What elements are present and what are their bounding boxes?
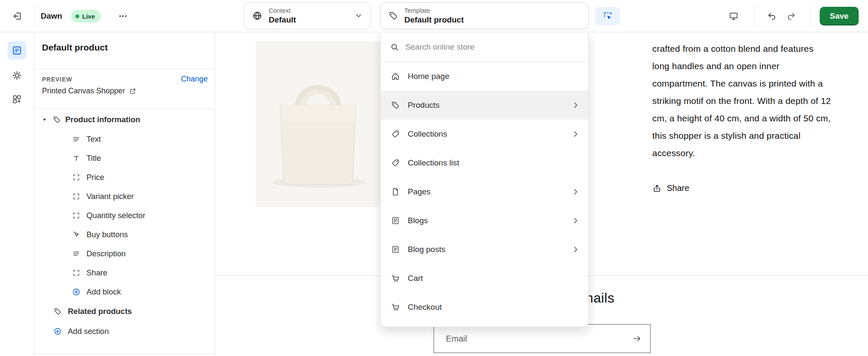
tag-icon <box>388 11 398 21</box>
app-blocks-icon <box>11 94 22 105</box>
canvas-tote-illustration <box>256 42 381 207</box>
dropdown-item-label: Pages <box>408 187 431 196</box>
change-preview-link[interactable]: Change <box>181 75 208 84</box>
editor-icon-rail <box>0 32 34 356</box>
context-value: Default <box>269 15 348 25</box>
sections-tab-button[interactable] <box>8 41 26 60</box>
panel-title: Default product <box>42 42 108 53</box>
external-link-icon <box>129 87 136 95</box>
frame-icon <box>72 211 81 220</box>
dropdown-item-products[interactable]: Products <box>381 91 588 120</box>
preview-label: PREVIEW <box>42 76 72 83</box>
cart-icon <box>391 274 400 283</box>
block-label: Price <box>86 173 104 182</box>
inspector-toggle-button[interactable] <box>595 7 620 25</box>
caret-down-icon <box>41 116 48 123</box>
dropdown-item-collections-list[interactable]: Collections list <box>381 149 588 177</box>
panel-divider <box>34 69 215 69</box>
template-value: Default product <box>404 15 581 25</box>
dropdown-item-checkout[interactable]: Checkout <box>381 293 588 322</box>
exit-editor-button[interactable] <box>8 6 27 26</box>
add-block-button[interactable]: Add block <box>34 282 214 301</box>
section-item-product-information[interactable]: Product information <box>34 109 214 129</box>
topbar-divider <box>34 5 35 27</box>
dropdown-item-blog-posts[interactable]: Blog posts <box>381 235 588 264</box>
search-input[interactable] <box>405 42 579 52</box>
block-item-quantity-selector[interactable]: Quantity selector <box>34 206 214 225</box>
blog-icon <box>391 245 400 254</box>
block-list: TextTitlePriceVariant pickerQuantity sel… <box>34 129 214 282</box>
block-item-variant-picker[interactable]: Variant picker <box>34 187 214 206</box>
share-button[interactable]: Share <box>652 183 689 193</box>
tag-icon <box>53 115 61 124</box>
add-section-button[interactable]: Add section <box>34 321 214 341</box>
email-input[interactable] <box>434 334 624 344</box>
share-icon <box>652 184 662 193</box>
chevron-right-icon <box>571 216 580 225</box>
theme-settings-tab-button[interactable] <box>8 66 26 85</box>
product-image <box>256 42 381 207</box>
dropdown-item-label: Blogs <box>408 216 428 225</box>
theme-name: Dawn <box>41 0 62 32</box>
chevron-right-icon <box>571 245 580 254</box>
theme-options-menu-button[interactable] <box>114 6 132 26</box>
chevron-right-icon <box>571 188 580 196</box>
page-icon <box>391 187 400 196</box>
section-label: Product information <box>65 115 140 124</box>
save-button[interactable]: Save <box>820 7 859 25</box>
context-label: Context <box>269 7 348 15</box>
newsletter-submit-button[interactable] <box>624 325 650 353</box>
block-label: Variant picker <box>86 192 134 201</box>
block-label: Quantity selector <box>86 211 145 220</box>
preview-page-name: Printed Canvas Shopper <box>42 87 125 95</box>
dropdown-item-cart[interactable]: Cart <box>381 264 588 293</box>
cursor-icon <box>72 230 81 239</box>
dropdown-item-collections[interactable]: Collections <box>381 120 588 149</box>
undo-button[interactable] <box>762 6 782 26</box>
theme-editor-window: crafted from a cotton blend and features… <box>0 0 868 356</box>
undo-icon <box>767 11 777 21</box>
panel-divider <box>34 109 215 109</box>
dropdown-item-pages[interactable]: Pages <box>381 177 588 206</box>
block-label: Description <box>86 249 126 258</box>
title-icon <box>72 154 81 163</box>
section-item-related-products[interactable]: Related products <box>34 301 214 321</box>
dropdown-item-home-page[interactable]: Home page <box>381 62 588 91</box>
dropdown-item-label: Collections <box>408 129 447 139</box>
block-item-share[interactable]: Share <box>34 263 214 282</box>
sections-panel: Default product PREVIEW Change Printed C… <box>34 32 215 356</box>
dropdown-item-label: Checkout <box>408 303 442 312</box>
inspector-icon <box>602 11 613 22</box>
dropdown-item-label: Cart <box>408 274 423 283</box>
plus-circle-icon <box>72 288 81 296</box>
newsletter-email-field <box>434 324 651 353</box>
frame-icon <box>72 173 81 182</box>
text-icon <box>72 249 81 258</box>
context-selector[interactable]: Context Default <box>244 2 371 29</box>
template-selector[interactable]: Template Default product <box>380 2 589 29</box>
frame-icon <box>72 269 81 277</box>
dropdown-item-blogs[interactable]: Blogs <box>381 206 588 235</box>
preview-page-link[interactable]: Printed Canvas Shopper <box>42 87 136 95</box>
redo-button[interactable] <box>782 6 801 26</box>
block-label: Buy buttons <box>86 230 128 239</box>
device-preview-button[interactable] <box>723 6 744 26</box>
block-item-text[interactable]: Text <box>34 129 214 149</box>
text-icon <box>72 135 81 143</box>
block-item-title[interactable]: Title <box>34 149 214 168</box>
template-dropdown-menu: Home pageProductsCollectionsCollections … <box>380 32 589 327</box>
block-item-price[interactable]: Price <box>34 168 214 187</box>
block-label: Share <box>86 268 107 278</box>
block-label: Title <box>86 154 101 163</box>
blog-icon <box>391 216 400 225</box>
plus-circle-icon <box>53 327 62 336</box>
share-label: Share <box>667 183 689 193</box>
horizontal-dots-icon <box>118 11 128 21</box>
block-item-description[interactable]: Description <box>34 244 214 263</box>
app-embeds-tab-button[interactable] <box>8 90 26 109</box>
add-section-label: Add section <box>68 327 109 336</box>
chevron-right-icon <box>571 130 580 138</box>
live-badge-label: Live <box>82 13 95 20</box>
editor-topbar: Dawn Live Context Default Template Defau… <box>0 0 868 32</box>
block-item-buy-buttons[interactable]: Buy buttons <box>34 225 214 244</box>
